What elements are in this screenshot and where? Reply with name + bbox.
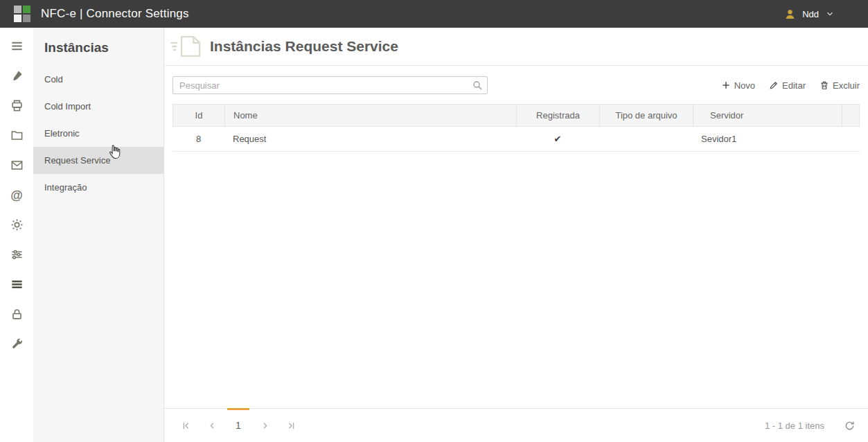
app-logo-icon bbox=[14, 6, 31, 23]
user-icon bbox=[784, 8, 796, 20]
first-page-button[interactable] bbox=[175, 415, 196, 436]
edit-icon bbox=[769, 80, 779, 90]
wrench-icon bbox=[10, 337, 24, 351]
rail-item-instances[interactable] bbox=[0, 269, 33, 299]
search-box bbox=[172, 76, 488, 94]
next-page-button[interactable] bbox=[254, 415, 275, 436]
rail-item-security[interactable] bbox=[0, 299, 33, 329]
sidebar: Instâncias Cold Cold Import Eletronic Re… bbox=[33, 28, 163, 442]
envelope-icon bbox=[10, 159, 24, 172]
seek-first-icon bbox=[181, 421, 191, 431]
rail-item-at[interactable]: @ bbox=[0, 180, 33, 210]
pager-right: 1 - 1 de 1 itens bbox=[765, 420, 856, 432]
menu-icon bbox=[10, 39, 24, 53]
column-header-filler bbox=[842, 105, 859, 126]
rail-item-mail[interactable] bbox=[0, 150, 33, 180]
data-grid: Id Nome Registrada Tipo de arquivo Servi… bbox=[172, 104, 860, 152]
gear-icon bbox=[10, 218, 24, 231]
plus-icon bbox=[721, 80, 731, 90]
sidebar-item-request-service[interactable]: Request Service bbox=[33, 147, 163, 174]
excluir-label: Excluir bbox=[833, 80, 860, 91]
toolbar: Novo Editar Excluir bbox=[172, 76, 860, 94]
column-header-tipo[interactable]: Tipo de arquivo bbox=[600, 105, 693, 126]
lock-icon bbox=[10, 308, 24, 321]
trash-icon bbox=[820, 80, 829, 90]
column-header-servidor[interactable]: Servidor bbox=[693, 105, 842, 126]
grid-header-row: Id Nome Registrada Tipo de arquivo Servi… bbox=[172, 104, 860, 127]
seek-last-icon bbox=[286, 421, 296, 431]
page-title: Instâncias Request Service bbox=[210, 38, 398, 55]
cell-servidor: Sevidor1 bbox=[693, 127, 842, 151]
rail-item-printer[interactable] bbox=[0, 91, 33, 121]
search-icon[interactable] bbox=[472, 80, 483, 91]
search-input[interactable] bbox=[172, 76, 488, 94]
sidebar-item-cold[interactable]: Cold bbox=[33, 66, 163, 93]
folder-icon bbox=[10, 129, 24, 142]
chevron-right-icon bbox=[260, 421, 270, 431]
sidebar-title: Instâncias bbox=[33, 28, 163, 66]
app-title: NFC-e | Connector Settings bbox=[41, 7, 189, 21]
chevron-left-icon bbox=[207, 421, 218, 431]
previous-page-button[interactable] bbox=[202, 415, 222, 436]
editar-button[interactable]: Editar bbox=[769, 80, 806, 91]
sidebar-item-integracao[interactable]: Integração bbox=[33, 174, 163, 201]
rows-icon bbox=[10, 278, 24, 291]
brush-icon bbox=[10, 69, 24, 82]
column-header-id[interactable]: Id bbox=[173, 105, 225, 126]
cell-nome: Request bbox=[224, 127, 516, 151]
pager: 1 1 - 1 de 1 itens bbox=[164, 408, 868, 442]
check-icon: ✔ bbox=[554, 134, 562, 144]
rail-item-tools[interactable] bbox=[0, 61, 33, 91]
page-number-current[interactable]: 1 bbox=[228, 415, 249, 436]
at-icon: @ bbox=[10, 189, 23, 202]
pager-info: 1 - 1 de 1 itens bbox=[765, 421, 824, 431]
table-row[interactable]: 8 Request ✔ Sevidor1 bbox=[172, 127, 860, 152]
page-header-document-icon bbox=[168, 33, 204, 60]
printer-icon bbox=[10, 99, 24, 112]
pager-nav: 1 bbox=[175, 415, 301, 436]
sidebar-item-eletronic[interactable]: Eletronic bbox=[33, 120, 163, 147]
chevron-down-icon bbox=[825, 9, 835, 19]
sidebar-item-cold-import[interactable]: Cold Import bbox=[33, 93, 163, 120]
column-header-registrada[interactable]: Registrada bbox=[517, 105, 600, 126]
excluir-button[interactable]: Excluir bbox=[820, 80, 860, 91]
main-content: Instâncias Request Service Novo Editar bbox=[163, 28, 868, 442]
rail-item-folder[interactable] bbox=[0, 121, 33, 150]
user-name: Ndd bbox=[802, 9, 819, 19]
rail-item-sliders[interactable] bbox=[0, 240, 33, 269]
action-buttons: Novo Editar Excluir bbox=[721, 80, 860, 91]
refresh-icon bbox=[844, 420, 856, 432]
novo-button[interactable]: Novo bbox=[721, 80, 755, 91]
icon-rail: @ bbox=[0, 28, 33, 442]
topbar: NFC-e | Connector Settings Ndd bbox=[0, 0, 868, 28]
sliders-icon bbox=[10, 248, 24, 261]
rail-item-maintenance[interactable] bbox=[0, 329, 33, 359]
column-header-nome[interactable]: Nome bbox=[225, 105, 517, 126]
rail-item-settings[interactable] bbox=[0, 210, 33, 240]
novo-label: Novo bbox=[734, 80, 755, 91]
cell-id: 8 bbox=[172, 127, 224, 151]
cell-registrada: ✔ bbox=[516, 127, 599, 151]
last-page-button[interactable] bbox=[281, 415, 301, 436]
refresh-button[interactable] bbox=[844, 420, 856, 432]
rail-item-menu[interactable] bbox=[0, 31, 33, 61]
page-header: Instâncias Request Service bbox=[164, 28, 868, 66]
cell-tipo bbox=[599, 127, 693, 151]
editar-label: Editar bbox=[782, 80, 806, 91]
user-menu[interactable]: Ndd bbox=[784, 8, 835, 20]
cell-filler bbox=[842, 127, 860, 151]
